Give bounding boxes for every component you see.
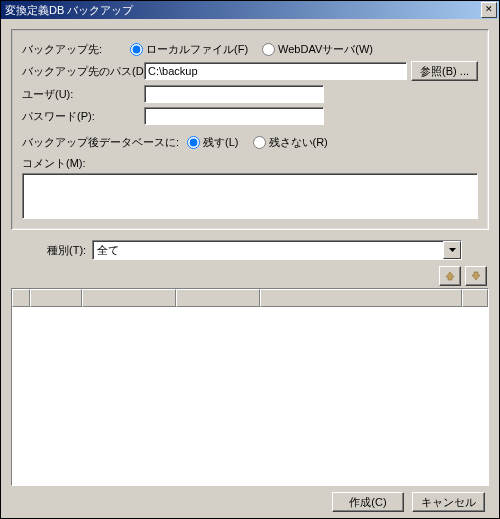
- destination-radio-group: ローカルファイル(F) WebDAVサーバ(W): [130, 42, 373, 57]
- column-header-3[interactable]: [176, 289, 260, 307]
- post-backup-radio-group: 残す(L) 残さない(R): [187, 135, 328, 150]
- client-area: バックアップ先: ローカルファイル(F) WebDAVサーバ(W) バックアップ…: [1, 19, 499, 518]
- type-combobox[interactable]: 全て: [92, 240, 462, 260]
- path-input[interactable]: [144, 62, 407, 80]
- post-backup-label: バックアップ後データベースに:: [22, 135, 179, 150]
- path-label: バックアップ先のパス(D):: [22, 64, 140, 79]
- password-input[interactable]: [144, 107, 324, 125]
- cancel-button[interactable]: キャンセル: [412, 492, 485, 512]
- move-up-button[interactable]: [439, 266, 461, 286]
- svg-marker-0: [449, 248, 456, 252]
- radio-webdav-input[interactable]: [262, 43, 275, 56]
- chevron-down-icon: [449, 248, 456, 252]
- radio-keep[interactable]: 残す(L): [187, 135, 238, 150]
- type-combobox-value: 全て: [93, 241, 443, 259]
- radio-remove-input[interactable]: [253, 136, 266, 149]
- path-row: バックアップ先のパス(D): 参照(B) ...: [22, 61, 478, 81]
- column-header-1[interactable]: [30, 289, 82, 307]
- type-row: 種別(T): 全て: [47, 240, 489, 260]
- radio-local-file[interactable]: ローカルファイル(F): [130, 42, 248, 57]
- dialog-window: 変換定義DB バックアップ ✕ バックアップ先: ローカルファイル(F) Web…: [0, 0, 500, 519]
- comment-label: コメント(M):: [22, 156, 478, 171]
- radio-local-file-label: ローカルファイル(F): [146, 42, 248, 57]
- password-row: パスワード(P):: [22, 107, 478, 125]
- dropdown-button[interactable]: [443, 241, 461, 259]
- column-header-2[interactable]: [82, 289, 176, 307]
- password-label: パスワード(P):: [22, 109, 140, 124]
- type-label: 種別(T):: [47, 243, 86, 258]
- radio-keep-label: 残す(L): [203, 135, 238, 150]
- move-down-button[interactable]: [465, 266, 487, 286]
- close-button[interactable]: ✕: [481, 2, 497, 18]
- create-button[interactable]: 作成(C): [332, 492, 404, 512]
- column-header-0[interactable]: [12, 289, 30, 307]
- user-label: ユーザ(U):: [22, 87, 140, 102]
- dialog-footer: 作成(C) キャンセル: [11, 486, 489, 512]
- list-view[interactable]: [11, 288, 489, 486]
- radio-remove-label: 残さない(R): [269, 135, 328, 150]
- arrow-up-icon: [444, 271, 456, 281]
- radio-local-file-input[interactable]: [130, 43, 143, 56]
- browse-button[interactable]: 参照(B) ...: [411, 61, 478, 81]
- window-title: 変換定義DB バックアップ: [5, 3, 481, 18]
- titlebar: 変換定義DB バックアップ ✕: [1, 1, 499, 19]
- destination-row: バックアップ先: ローカルファイル(F) WebDAVサーバ(W): [22, 42, 478, 57]
- list-body: [12, 307, 488, 485]
- arrow-down-icon: [470, 271, 482, 281]
- backup-settings-panel: バックアップ先: ローカルファイル(F) WebDAVサーバ(W) バックアップ…: [11, 29, 489, 230]
- user-input[interactable]: [144, 85, 324, 103]
- list-header: [12, 289, 488, 307]
- radio-remove[interactable]: 残さない(R): [253, 135, 328, 150]
- radio-webdav[interactable]: WebDAVサーバ(W): [262, 42, 373, 57]
- column-header-5[interactable]: [462, 289, 488, 307]
- user-row: ユーザ(U):: [22, 85, 478, 103]
- list-toolbar: [11, 266, 487, 286]
- radio-webdav-label: WebDAVサーバ(W): [278, 42, 373, 57]
- svg-marker-2: [472, 272, 480, 280]
- svg-marker-1: [446, 272, 454, 280]
- destination-label: バックアップ先:: [22, 42, 126, 57]
- comment-textarea[interactable]: [22, 173, 478, 219]
- radio-keep-input[interactable]: [187, 136, 200, 149]
- column-header-4[interactable]: [260, 289, 462, 307]
- post-backup-row: バックアップ後データベースに: 残す(L) 残さない(R): [22, 135, 478, 150]
